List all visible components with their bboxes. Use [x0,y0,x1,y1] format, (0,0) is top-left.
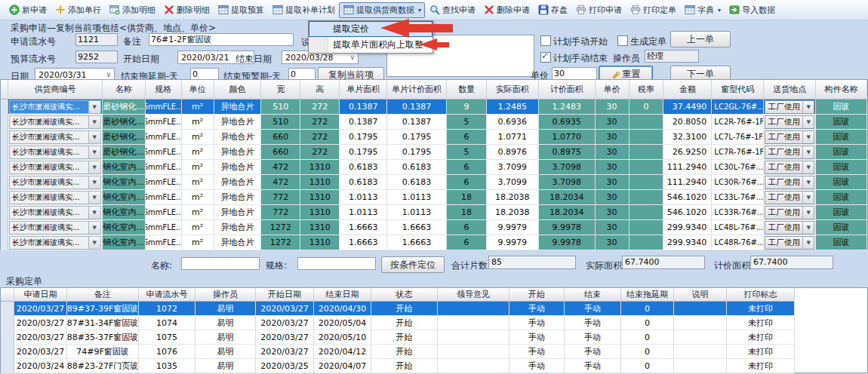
cell-piece_price_area[interactable]: 1.6663 [387,235,447,250]
cell-width[interactable]: 772 [261,205,300,220]
column-header-height[interactable]: 高 [300,80,340,100]
chevron-down-icon[interactable]: ▼ [88,207,100,219]
delivery-dropdown[interactable]: 工厂使用▼ [765,130,814,144]
remark-field[interactable] [149,33,294,46]
cell-delivery[interactable]: 工厂使用▼ [764,220,816,235]
cell-spec[interactable]: 6mmFLE... [146,220,182,235]
cell-end_date[interactable]: 2020/04/30 [314,302,371,316]
cell-supplier[interactable]: 长沙市潇湘玻璃实...▼ [8,130,103,145]
chevron-down-icon[interactable]: ▼ [802,207,814,219]
toolbar-button-delete-detail[interactable]: 删除明细 [159,2,214,18]
cell-unit_price[interactable]: 30 [596,175,629,190]
cell-delivery[interactable]: 工厂使用▼ [764,175,816,190]
budget-serial-field[interactable] [75,51,118,63]
cell-height[interactable]: 1310 [300,175,340,190]
cell-price_area[interactable]: 18.2034 [539,190,596,205]
cell-amount[interactable]: 546.1020 [663,205,712,220]
cell-spec[interactable]: 6mmFLE... [146,190,182,205]
cell-tax_rate[interactable] [629,175,664,190]
manual-start-checkbox[interactable] [540,35,551,46]
menu-item[interactable]: 提取单片面积向上取整 [309,37,432,53]
cell-width[interactable]: 1272 [261,235,300,250]
cell-serial[interactable]: 1074 [139,316,195,330]
cell-note[interactable] [674,330,727,345]
cell-piece_price_area[interactable]: 0.1795 [387,145,447,160]
cell-actual_area[interactable]: 9.9979 [487,220,539,235]
chevron-down-icon[interactable]: ▼ [802,237,814,249]
column-header-supplier[interactable]: 供货商编号 [8,80,103,100]
cell-unit[interactable]: m² [182,220,214,235]
apply-serial-field[interactable] [75,33,118,46]
cell-unit[interactable]: m² [182,175,214,190]
cell-piece_area[interactable]: 1.6663 [340,220,387,235]
cell-actual_area[interactable]: 18.2038 [487,190,539,205]
column-header-print[interactable]: 打印标志 [727,288,795,302]
column-header-actual_area[interactable]: 实际面积 [487,80,539,100]
chevron-down-icon[interactable]: ▼ [802,131,814,143]
column-header-unit_price[interactable]: 单价 [596,80,629,100]
column-header-piece_price_area[interactable]: 单片计价面积 [387,80,447,100]
chevron-down-icon[interactable]: ▼ [802,176,814,189]
cell-remark[interactable]: 88#23-27F门页玻 [67,359,139,373]
cell-window_code[interactable]: LC30R-76#... [712,175,764,190]
table-row[interactable]: 长沙市潇湘玻璃实...▼钢化室内...6mmFLE...m²异地合片472131… [1,175,867,190]
locate-by-condition-button[interactable]: 按条件定位 [381,256,445,273]
cell-spec[interactable]: 6mmFLE... [146,175,182,190]
cell-name[interactable]: 钢化室内... [103,190,146,205]
cell-serial[interactable]: 1075 [139,330,195,345]
column-header-width[interactable]: 宽 [261,80,300,100]
cell-piece_area[interactable]: 1.0113 [340,190,387,205]
cell-operator[interactable]: 易明 [195,359,256,373]
cell-start_date[interactable]: 2020/03/27 [256,302,314,316]
cell-spec[interactable]: 6mmFLE... [146,115,182,130]
chevron-down-icon[interactable]: ▼ [88,101,100,113]
cell-height[interactable]: 1310 [300,160,340,175]
cell-delivery[interactable]: 工厂使用▼ [764,205,816,220]
cell-spec[interactable]: 6mmFLE... [146,205,182,220]
cell-name[interactable]: 钢化室内... [103,235,146,250]
cell-supplier[interactable]: 长沙市潇湘玻璃实...▼ [8,235,103,250]
cell-delivery[interactable]: 工厂使用▼ [764,190,816,205]
name-filter-input[interactable] [181,257,260,270]
chevron-down-icon[interactable]: ▼ [88,146,100,158]
cell-serial[interactable]: 1035 [139,359,195,373]
cell-piece_area[interactable]: 0.1795 [340,130,387,145]
column-header-price_area[interactable]: 计价面积 [539,80,596,100]
delivery-dropdown[interactable]: 工厂使用▼ [765,221,814,235]
cell-amount[interactable]: 111.2940 [663,160,712,175]
cell-qty[interactable]: 18 [447,190,487,205]
cell-window_code[interactable]: LC2GL-76#... [712,100,764,115]
cell-delivery[interactable]: 工厂使用▼ [764,130,816,145]
cell-actual_area[interactable]: 3.7099 [487,160,539,175]
cell-tax_rate[interactable] [629,235,664,250]
cell-component[interactable]: 固玻 [816,100,867,115]
cell-piece_price_area[interactable]: 0.6183 [387,160,447,175]
cell-qty[interactable]: 5 [447,115,487,130]
cell-window_code[interactable]: LC2R-76#-1F [712,115,764,130]
cell-name[interactable]: 钢化室内... [103,160,146,175]
cell-color[interactable]: 异地合片 [214,160,262,175]
toolbar-button-new-apply[interactable]: 新申请 [5,2,51,18]
column-header-end[interactable]: 结束 [565,288,621,302]
cell-actual_area[interactable]: 18.2038 [487,205,539,220]
cell-status[interactable]: 开始 [371,302,438,316]
cell-unit_price[interactable]: 30 [596,190,629,205]
table-row[interactable]: 长沙市潇湘玻璃实...▼钢化室内...6mmFLE...m²异地合片472131… [1,160,867,175]
chevron-down-icon[interactable]: ▼ [88,176,100,189]
cell-spec[interactable]: 6mmFLE... [146,100,182,115]
toolbar-button-extract-supplier-data[interactable]: 提取供货商数据▾ [339,2,425,18]
cell-print[interactable]: 未打印 [727,316,795,330]
cell-start[interactable]: 手动 [509,330,565,345]
cell-component[interactable]: 固玻 [816,220,867,235]
table-row[interactable]: 长沙市潇湘玻璃实...▼钢化室内...6mmFLE...m²异地合片772131… [1,190,867,205]
cell-color[interactable]: 异地合片 [214,145,262,160]
cell-unit_price[interactable]: 30 [596,145,629,160]
cell-width[interactable]: 510 [261,115,300,130]
toolbar-button-add-row[interactable]: 添加单行 [51,2,105,18]
cell-piece_area[interactable]: 0.1795 [340,145,387,160]
cell-remark[interactable]: 89#37-39F窗固玻 [67,302,139,316]
cell-piece_price_area[interactable]: 1.0113 [387,205,447,220]
column-header-tax_rate[interactable]: 税率 [629,80,664,100]
cell-unit_price[interactable]: 30 [596,100,629,115]
cell-height[interactable]: 1310 [300,235,340,250]
